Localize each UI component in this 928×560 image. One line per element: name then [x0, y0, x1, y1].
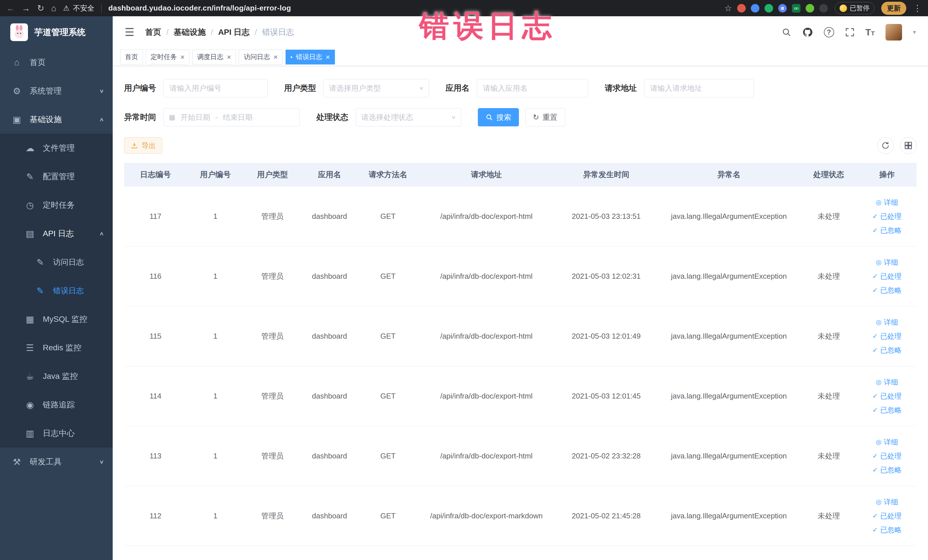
sidebar-item-label: 文件管理 — [43, 143, 75, 154]
app-logo[interactable]: 芋道管理系统 — [0, 16, 113, 48]
sidebar-item-redis[interactable]: ☰ Redis 监控 — [0, 334, 113, 362]
detail-link[interactable]: ◎详细 — [876, 377, 898, 387]
sidebar-item-api-error-log[interactable]: ✎ 错误日志 — [0, 276, 113, 305]
column-header-user-id: 用户编号 — [187, 163, 244, 186]
sidebar-item-infra[interactable]: ▣ 基础设施 ∧ — [0, 105, 113, 134]
user-id-input[interactable] — [163, 79, 267, 97]
avatar[interactable] — [885, 24, 902, 41]
extension-icon[interactable] — [751, 4, 759, 12]
search-button[interactable]: 搜索 — [478, 108, 519, 127]
tag-job-log[interactable]: 调度日志 × — [192, 50, 236, 64]
security-chip[interactable]: ⚠ 不安全 — [63, 3, 94, 13]
cell-user-type: 管理员 — [244, 426, 301, 486]
browser-forward-icon[interactable]: → — [22, 4, 30, 12]
request-url-input[interactable] — [644, 79, 754, 97]
ignored-link[interactable]: ✓已忽略 — [872, 285, 902, 295]
column-settings-button[interactable] — [900, 137, 917, 154]
refresh-icon — [881, 141, 890, 150]
address-bar[interactable]: dashboard.yudao.iocoder.cn/infra/log/api… — [108, 4, 291, 12]
detail-link[interactable]: ◎详细 — [876, 258, 898, 267]
cell-actions: ◎详细 ✓已处理 ✓已忽略 — [857, 246, 917, 306]
sidebar-item-job[interactable]: ◷ 定时任务 — [0, 191, 113, 220]
close-icon[interactable]: × — [227, 53, 231, 61]
refresh-button[interactable] — [877, 137, 894, 154]
sidebar-item-java[interactable]: ☕ Java 监控 — [0, 362, 113, 391]
cell-actions: ◎详细 ✓已处理 ✓已忽略 — [857, 306, 917, 366]
tag-job[interactable]: 定时任务 × — [146, 50, 189, 64]
extension-icon[interactable] — [765, 4, 773, 12]
sidebar-item-mysql[interactable]: ▦ MySQL 监控 — [0, 305, 113, 334]
chevron-down-icon[interactable]: ▾ — [913, 29, 916, 36]
browser-reload-icon[interactable]: ↻ — [37, 4, 44, 12]
tag-error-log[interactable]: ● 错误日志 × — [285, 50, 335, 64]
sidebar-item-system[interactable]: ⚙ 系统管理 ∨ — [0, 77, 113, 105]
cell-log-id: 117 — [124, 186, 187, 246]
sidebar-item-api-log[interactable]: ▤ API 日志 ∧ — [0, 220, 113, 248]
sidebar-item-home[interactable]: ⌂ 首页 — [0, 48, 113, 77]
browser-home-icon[interactable]: ⌂ — [51, 4, 56, 12]
detail-link[interactable]: ◎详细 — [876, 317, 898, 327]
github-icon[interactable] — [802, 27, 813, 38]
sidebar-toggle-icon[interactable]: ☰ — [125, 26, 134, 38]
sidebar-item-log-center[interactable]: ▥ 日志中心 — [0, 419, 113, 448]
extension-icon[interactable]: ▦ — [778, 4, 787, 12]
sidebar-item-tracing[interactable]: ◉ 链路追踪 — [0, 391, 113, 419]
filter-label: 应用名 — [446, 83, 470, 93]
bookmark-star-icon[interactable]: ☆ — [724, 4, 732, 12]
browser-back-icon[interactable]: ← — [6, 4, 15, 12]
ignored-link[interactable]: ✓已忽略 — [872, 226, 902, 235]
paused-extension-badge[interactable]: 已暂停 — [835, 2, 875, 14]
browser-update-button[interactable]: 更新 — [881, 2, 906, 15]
breadcrumb-api-log[interactable]: API 日志 — [218, 27, 250, 38]
processed-link[interactable]: ✓已处理 — [872, 391, 902, 401]
extension-icon[interactable]: on — [792, 4, 800, 12]
sidebar-item-file-manage[interactable]: ☁ 文件管理 — [0, 134, 113, 162]
breadcrumb-infra[interactable]: 基础设施 — [174, 27, 206, 38]
cell-user-id: 1 — [187, 186, 244, 246]
font-size-icon[interactable]: TT — [865, 27, 875, 38]
close-icon[interactable]: × — [325, 53, 330, 61]
close-icon[interactable]: × — [180, 53, 185, 61]
processed-link[interactable]: ✓已处理 — [872, 451, 902, 461]
cell-url: /api/infra/db-doc/export-markdown — [418, 486, 555, 546]
filter-label: 请求地址 — [605, 83, 637, 93]
app-name-input[interactable] — [477, 79, 588, 97]
tag-home[interactable]: 首页 — [120, 50, 143, 64]
document-icon: ▤ — [24, 229, 35, 239]
fullscreen-icon[interactable] — [845, 27, 855, 37]
table-row: 116 1 管理员 dashboard GET /api/infra/db-do… — [124, 246, 917, 306]
detail-link[interactable]: ◎详细 — [876, 437, 898, 447]
detail-link[interactable]: ◎详细 — [876, 497, 898, 507]
cell-url: /api/infra/db-doc/export-html — [418, 306, 555, 366]
extension-icon[interactable] — [806, 4, 814, 12]
detail-link[interactable]: ◎详细 — [876, 198, 898, 207]
date-range-picker[interactable]: ▦ 开始日期 - 结束日期 — [163, 108, 300, 127]
ignored-link[interactable]: ✓已忽略 — [872, 405, 902, 415]
processed-link[interactable]: ✓已处理 — [872, 212, 902, 221]
reset-button[interactable]: ↻ 重置 — [525, 108, 565, 127]
cell-time: 2021-05-02 23:32:28 — [555, 426, 658, 486]
tag-access-log[interactable]: 访问日志 × — [239, 50, 282, 64]
chevron-down-icon: ∨ — [451, 115, 456, 120]
filter-request-url: 请求地址 — [605, 79, 754, 97]
help-icon[interactable]: ? — [824, 27, 834, 37]
ignored-link[interactable]: ✓已忽略 — [872, 465, 902, 475]
ignored-link[interactable]: ✓已忽略 — [872, 525, 902, 535]
search-icon[interactable] — [781, 27, 791, 37]
export-button[interactable]: 导出 — [124, 137, 162, 154]
processed-link[interactable]: ✓已处理 — [872, 272, 902, 281]
user-type-select[interactable]: 请选择用户类型 ∨ — [324, 79, 429, 97]
sidebar-item-api-access-log[interactable]: ✎ 访问日志 — [0, 248, 113, 276]
breadcrumb-home[interactable]: 首页 — [145, 27, 161, 38]
browser-menu-icon[interactable]: ⋮ — [913, 4, 922, 12]
process-status-select[interactable]: 请选择处理状态 ∨ — [356, 108, 461, 127]
ignored-link[interactable]: ✓已忽略 — [872, 345, 902, 355]
sidebar-item-dev-tools[interactable]: ⚒ 研发工具 ∨ — [0, 448, 113, 476]
processed-link[interactable]: ✓已处理 — [872, 331, 902, 341]
processed-link[interactable]: ✓已处理 — [872, 511, 902, 520]
sidebar-item-config-manage[interactable]: ✎ 配置管理 — [0, 162, 113, 191]
extension-icon[interactable] — [737, 4, 746, 12]
extension-icon[interactable] — [819, 4, 828, 12]
refresh-icon: ↻ — [533, 113, 539, 122]
close-icon[interactable]: × — [273, 53, 278, 61]
